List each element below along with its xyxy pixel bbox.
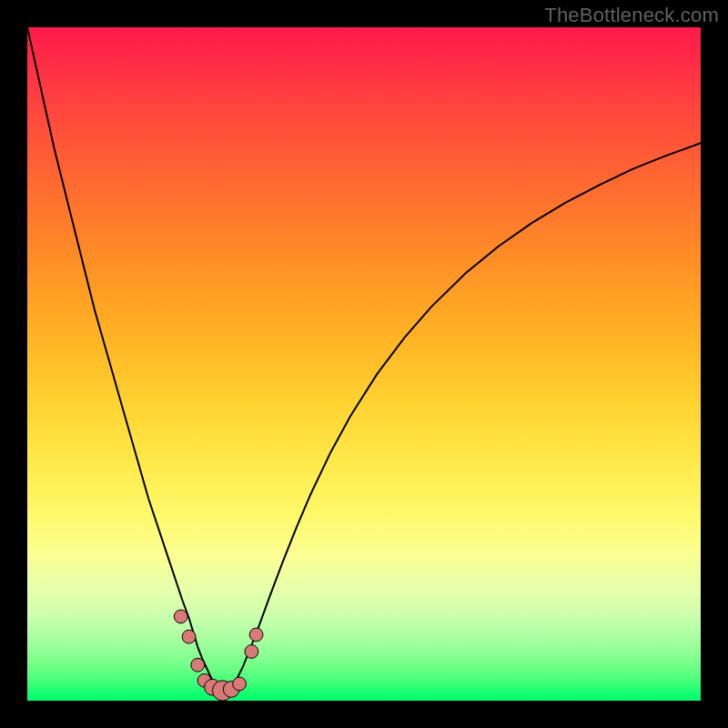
data-marker bbox=[245, 645, 258, 659]
data-marker bbox=[191, 658, 205, 672]
plot-area bbox=[27, 27, 701, 701]
chart-svg bbox=[27, 27, 701, 701]
curve-left-branch bbox=[27, 27, 223, 695]
attribution-text: TheBottleneck.com bbox=[544, 4, 719, 27]
data-marker bbox=[174, 610, 187, 623]
curve-right-branch bbox=[229, 143, 701, 693]
chart-frame: TheBottleneck.com bbox=[0, 0, 728, 728]
data-marker bbox=[233, 677, 247, 691]
data-marker bbox=[249, 628, 263, 642]
data-marker bbox=[182, 630, 196, 643]
markers-group bbox=[174, 610, 263, 701]
